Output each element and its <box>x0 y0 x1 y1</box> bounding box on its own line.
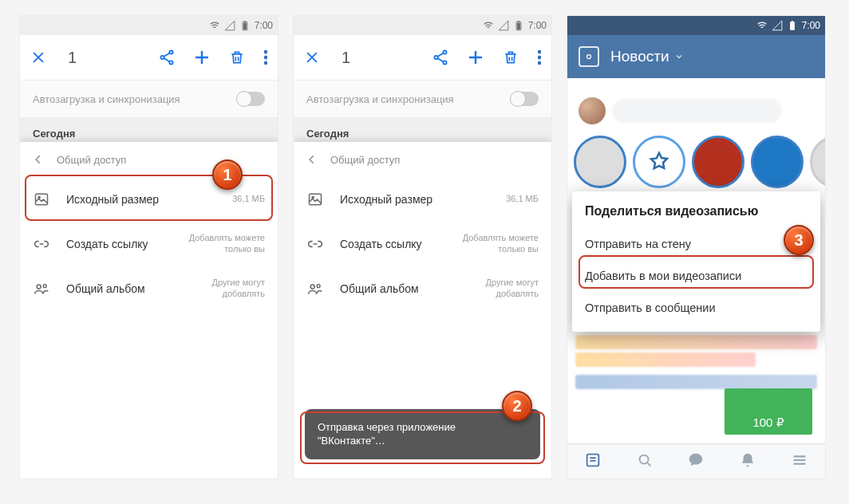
autoupload-label: Автозагрузка и синхронизация <box>33 93 180 105</box>
overflow-menu-button[interactable] <box>260 50 271 65</box>
shared-album-label: Общий альбом <box>66 282 195 295</box>
svg-rect-14 <box>517 21 519 22</box>
signal-icon <box>772 20 783 31</box>
battery-icon <box>239 20 251 31</box>
story-item[interactable] <box>633 136 685 188</box>
shared-album-label: Общий альбом <box>340 282 469 295</box>
svg-point-4 <box>160 56 164 59</box>
step3-badge: 3 <box>784 225 814 255</box>
autoupload-row[interactable]: Автозагрузка и синхронизация <box>20 80 278 118</box>
story-item[interactable] <box>692 136 744 188</box>
status-bar: 7:00 <box>294 16 551 35</box>
clock: 7:00 <box>528 20 547 31</box>
svg-point-17 <box>434 56 437 59</box>
step3-highlight <box>579 255 814 289</box>
svg-point-7 <box>264 56 267 59</box>
share-button[interactable] <box>428 49 452 66</box>
shared-album-sub: Другие могутдобавлять <box>211 278 265 300</box>
svg-point-28 <box>587 55 591 59</box>
share-button[interactable] <box>155 49 179 66</box>
svg-point-24 <box>310 285 314 289</box>
svg-rect-15 <box>517 23 520 30</box>
step1-badge: 1 <box>212 159 243 190</box>
feed-line <box>575 375 817 389</box>
add-button[interactable] <box>464 48 488 67</box>
autoupload-switch[interactable] <box>238 92 265 106</box>
step2-badge: 2 <box>502 391 532 421</box>
share-sheet-title: Общий доступ <box>57 154 126 166</box>
svg-rect-26 <box>790 22 795 30</box>
back-icon <box>306 154 318 165</box>
feed-line <box>575 352 756 367</box>
delete-button[interactable] <box>225 49 249 65</box>
link-icon <box>306 236 324 252</box>
overflow-menu-button[interactable] <box>534 50 545 65</box>
svg-rect-1 <box>243 21 245 22</box>
status-bar: 7:00 <box>567 16 825 35</box>
autoupload-row[interactable]: Автозагрузка и синхронизация <box>294 80 551 118</box>
vk-opt-message[interactable]: Отправить в сообщении <box>585 292 808 324</box>
svg-point-12 <box>43 285 46 288</box>
create-link-sub: Добавлять можететолько вы <box>463 233 539 255</box>
toolbar: 1 <box>20 35 278 80</box>
svg-point-16 <box>443 50 446 53</box>
nav-news[interactable] <box>584 451 602 472</box>
link-icon <box>33 236 50 252</box>
feed-line <box>575 335 817 349</box>
create-link-label: Создать ссылку <box>340 238 447 250</box>
close-button[interactable] <box>26 49 50 65</box>
share-sheet-title: Общий доступ <box>330 154 400 166</box>
nav-notifications[interactable] <box>739 451 756 472</box>
vk-share-title: Поделиться видеозаписью <box>585 204 808 219</box>
vk-bottom-nav <box>567 443 825 478</box>
svg-rect-2 <box>243 23 247 30</box>
delete-button[interactable] <box>499 49 523 65</box>
step2-highlight <box>300 411 545 464</box>
nav-messages[interactable] <box>687 451 705 472</box>
shared-album-row[interactable]: Общий альбом Другие могутдобавлять <box>294 266 551 311</box>
svg-point-8 <box>264 61 267 65</box>
vk-title-dropdown[interactable]: Новости <box>610 48 684 65</box>
autoupload-switch[interactable] <box>511 92 539 106</box>
shared-album-sub: Другие могутдобавлять <box>485 278 539 300</box>
nav-menu[interactable] <box>791 451 808 472</box>
compose-box <box>612 99 782 123</box>
svg-point-20 <box>538 56 541 59</box>
story-item[interactable] <box>574 136 626 188</box>
group-icon <box>33 281 50 297</box>
donate-amount: 100 ₽ <box>752 415 784 430</box>
donate-card[interactable]: 100 ₽ <box>725 388 812 435</box>
original-size-row[interactable]: Исходный размер 36,1 МБ <box>294 177 551 222</box>
svg-point-21 <box>538 61 541 65</box>
original-size-value: 36,1 МБ <box>506 194 539 205</box>
selection-count: 1 <box>61 49 144 67</box>
signal-icon <box>498 20 509 31</box>
vk-title: Новости <box>610 48 669 65</box>
battery-icon <box>513 20 524 31</box>
status-bar: 7:00 <box>20 16 278 35</box>
svg-point-25 <box>317 285 320 288</box>
story-item[interactable] <box>751 136 804 188</box>
phone-screenshot-1: 7:00 1 Автозагрузка и синхронизация <box>20 16 278 478</box>
svg-point-5 <box>169 61 172 64</box>
svg-point-6 <box>264 50 267 53</box>
wifi-icon <box>756 20 768 31</box>
story-item[interactable] <box>810 136 825 188</box>
clock: 7:00 <box>255 20 273 31</box>
svg-point-19 <box>538 50 541 53</box>
camera-icon[interactable] <box>579 46 599 67</box>
create-link-row[interactable]: Создать ссылку Добавлять можететолько вы <box>20 222 278 266</box>
share-sheet-header[interactable]: Общий доступ <box>294 142 551 177</box>
close-button[interactable] <box>300 49 324 65</box>
shared-album-row[interactable]: Общий альбом Другие могутдобавлять <box>20 266 278 311</box>
signal-icon <box>224 20 235 31</box>
svg-point-23 <box>312 196 314 198</box>
add-button[interactable] <box>190 48 214 67</box>
nav-search[interactable] <box>636 451 654 472</box>
original-size-label: Исходный размер <box>340 193 490 206</box>
create-link-row[interactable]: Создать ссылку Добавлять можететолько вы <box>294 222 551 266</box>
phone-screenshot-2: 7:00 1 Автозагрузка и синхронизация <box>294 16 551 478</box>
group-icon <box>306 281 324 297</box>
wifi-icon <box>483 20 494 31</box>
wifi-icon <box>209 20 220 31</box>
